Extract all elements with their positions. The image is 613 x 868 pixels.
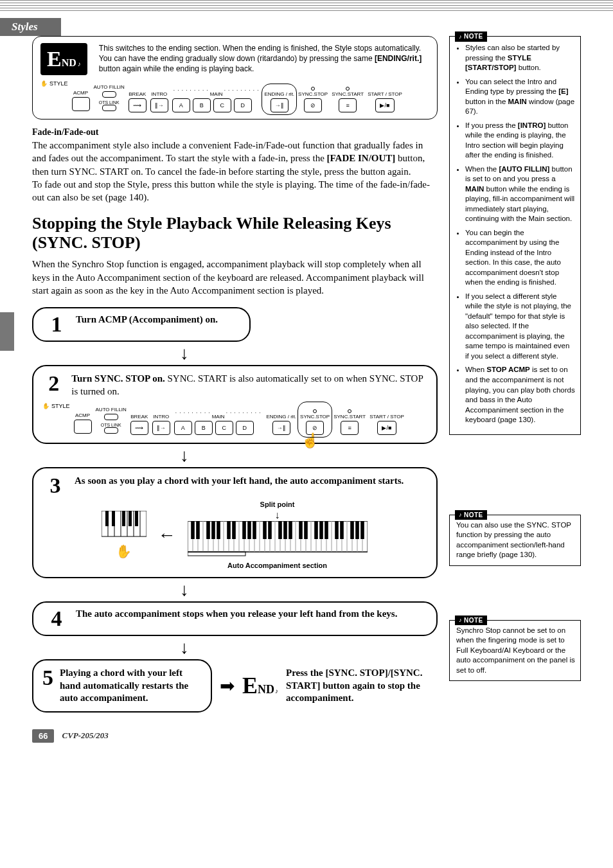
- section-title: Stopping the Style Playback While Releas…: [32, 214, 438, 252]
- end-mini-badge: END♪: [242, 672, 278, 699]
- main-d-button-2[interactable]: D: [236, 421, 254, 435]
- model-label: CVP-205/203: [62, 731, 108, 741]
- ending-button-2[interactable]: →‖: [272, 421, 290, 435]
- mini-keyboard-left: [102, 511, 147, 542]
- end-badge-suffix: ND: [62, 57, 76, 69]
- intro-paragraph: When the Synchro Stop function is engage…: [32, 258, 438, 297]
- step-2-text: Turn SYNC. STOP on. SYNC. START is also …: [71, 373, 426, 398]
- autofillin-button-2[interactable]: [104, 414, 118, 420]
- otslink-button-2[interactable]: [104, 427, 118, 434]
- break-label: BREAK: [129, 91, 147, 97]
- svg-rect-58: [247, 521, 251, 539]
- intro-button-2[interactable]: ‖→: [152, 421, 170, 435]
- intro-button[interactable]: ‖→: [150, 98, 168, 112]
- svg-rect-64: [289, 521, 292, 539]
- end-description: This switches to the ending section. Whe…: [99, 43, 429, 75]
- step-1-number: 1: [44, 314, 69, 335]
- step-1-text: Turn ACMP (Accompaniment) on.: [76, 314, 218, 326]
- step-5-box: 5 Playing a chord with your left hand au…: [32, 659, 212, 713]
- syncstop-label: SYNC.STOP: [298, 91, 328, 97]
- note-1-item-1: You can select the Intro and Ending type…: [465, 77, 575, 117]
- header-stripes: [0, 0, 613, 13]
- autofillin-group: AUTO FILLIN OTS LINK: [94, 84, 125, 112]
- note-1-item-6: When STOP ACMP is set to on and the acco…: [465, 365, 575, 425]
- svg-rect-75: [188, 552, 245, 556]
- note-box-2: NOTE You can also use the SYNC. STOP fun…: [449, 515, 581, 566]
- flow-arrow-4: ↓: [180, 639, 438, 657]
- end-text-bold: [ENDING/rit.]: [375, 54, 422, 63]
- svg-rect-56: [232, 521, 236, 539]
- syncstart-group: SYNC.START ≡: [332, 87, 364, 112]
- startstop-label: START / STOP: [368, 91, 402, 97]
- svg-rect-70: [335, 521, 339, 539]
- main-c-button[interactable]: C: [213, 98, 231, 112]
- svg-rect-5: [135, 511, 138, 526]
- svg-rect-52: [206, 521, 210, 539]
- left-arrow-icon: ←: [158, 525, 176, 545]
- svg-rect-72: [350, 521, 354, 539]
- startstop-button-2[interactable]: ▶/■: [377, 421, 396, 435]
- svg-rect-74: [360, 521, 364, 539]
- main-b-button[interactable]: B: [193, 98, 211, 112]
- step-5-row: 5 Playing a chord with your left hand au…: [32, 659, 438, 713]
- note-box-3: NOTE Synchro Stop cannot be set to on wh…: [449, 620, 581, 682]
- page-number: 66: [32, 729, 54, 743]
- step-3-text: As soon as you play a chord with your le…: [75, 475, 404, 488]
- note-1-tag: NOTE: [455, 31, 487, 42]
- acmp-group: ACMP: [72, 90, 90, 112]
- full-keyboard: [188, 521, 368, 557]
- break-button[interactable]: ⟿: [129, 98, 147, 112]
- otslink-label: OTS LINK: [94, 100, 125, 105]
- auto-accompaniment-label: Auto Accompaniment section: [188, 562, 368, 569]
- autofillin-button[interactable]: [102, 91, 116, 98]
- step-3-number: 3: [42, 475, 68, 497]
- break-group: BREAK ⟿: [129, 91, 147, 112]
- syncstop-led: [311, 87, 315, 91]
- note-1-list: Styles can also be started by pressing t…: [456, 43, 575, 425]
- autofillin-label-2: AUTO FILLIN: [96, 407, 127, 412]
- note-3-text: Synchro Stop cannot be set to on when th…: [456, 626, 575, 676]
- end-badge-note-icon: ♪: [78, 60, 81, 67]
- syncstop-group-highlighted: SYNC.STOP⊘☝: [300, 409, 330, 435]
- note-2-text: You can also use the SYNC. STOP function…: [456, 520, 575, 560]
- svg-rect-4: [129, 511, 132, 526]
- syncstop-label-2: SYNC.STOP: [300, 414, 330, 420]
- svg-rect-67: [314, 521, 318, 539]
- side-column: NOTE Styles can also be started by press…: [449, 36, 581, 690]
- svg-rect-60: [263, 521, 267, 539]
- svg-rect-61: [268, 521, 272, 539]
- main-label-row: · · · · · · · · · MAIN · · · · · · · · ·: [172, 91, 261, 97]
- startstop-button[interactable]: ▶/■: [375, 98, 395, 112]
- main-a-button[interactable]: A: [172, 98, 190, 112]
- svg-rect-65: [299, 521, 303, 539]
- svg-rect-71: [340, 521, 344, 539]
- syncstop-button[interactable]: ⊘: [304, 98, 322, 112]
- intro-group: INTRO ‖→: [150, 91, 168, 112]
- keyboard-illustration: ✋ ← Split point ↓: [42, 500, 426, 569]
- main-a-button-2[interactable]: A: [174, 421, 192, 435]
- main-b-button-2[interactable]: B: [195, 421, 213, 435]
- main-c-button-2[interactable]: C: [215, 421, 233, 435]
- hand-pointer-icon: ☝: [301, 432, 319, 449]
- svg-rect-50: [191, 521, 195, 539]
- svg-rect-63: [283, 521, 287, 539]
- acmp-button[interactable]: [72, 97, 90, 111]
- startstop-label-2: START / STOP: [369, 414, 404, 420]
- acmp-label-2: ACMP: [74, 412, 92, 418]
- ending-button[interactable]: →‖: [271, 98, 289, 112]
- otslink-button[interactable]: [102, 105, 116, 111]
- main-d-button[interactable]: D: [234, 98, 252, 112]
- syncstart-label-2: SYNC.START: [333, 414, 366, 420]
- note-1-item-0: Styles can also be started by pressing t…: [465, 43, 575, 73]
- svg-rect-57: [242, 521, 246, 539]
- syncstart-button[interactable]: ≡: [339, 98, 357, 112]
- break-label-2: BREAK: [130, 414, 148, 420]
- svg-rect-53: [211, 521, 215, 539]
- style-category-label-2: ✋ STYLE: [42, 403, 70, 409]
- step-5-end-text: Press the [SYNC. STOP]/[SYNC. START] but…: [286, 667, 438, 705]
- syncstart-button-2[interactable]: ≡: [341, 421, 359, 435]
- acmp-button-2[interactable]: [74, 420, 92, 434]
- break-button-2[interactable]: ⟿: [130, 421, 148, 435]
- step-4-text: The auto accompaniment stops when you re…: [76, 608, 397, 621]
- note-box-1: NOTE Styles can also be started by press…: [449, 36, 581, 435]
